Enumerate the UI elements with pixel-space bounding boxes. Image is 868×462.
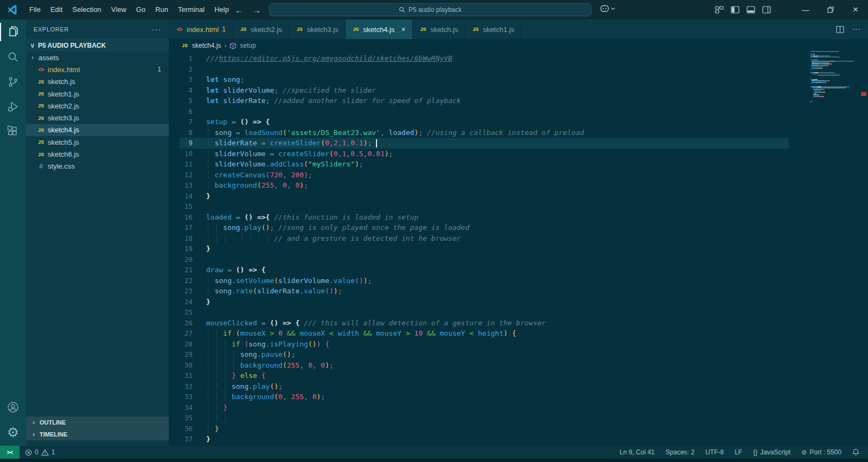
code-line-36: 36│ }: [169, 424, 868, 434]
tree-item-sketch1.js[interactable]: JSsketch1.js: [26, 88, 169, 100]
menu-file[interactable]: File: [24, 0, 46, 20]
code-line-7: 7setup = () => {: [169, 117, 868, 127]
back-button[interactable]: ←: [235, 5, 243, 15]
toggle-sidebar-icon[interactable]: [731, 5, 739, 14]
tab-index.html[interactable]: <>index.html1: [169, 20, 233, 39]
tree-item-style.css[interactable]: #style.css: [26, 161, 169, 172]
minimap-line: [810, 100, 858, 101]
tree-item-sketch6.js[interactable]: JSsketch6.js: [26, 148, 169, 160]
minimap-line: [810, 69, 858, 70]
html-file-icon: <>: [37, 67, 45, 73]
close-window-button[interactable]: ×: [843, 0, 868, 20]
tree-item-sketch3.js[interactable]: JSsketch3.js: [26, 112, 169, 124]
file-name: sketch5.js: [48, 138, 79, 146]
extensions-view-icon[interactable]: [0, 119, 26, 144]
line-content: │ song.setVolume(sliderVolume.value());: [206, 275, 372, 286]
code-editor[interactable]: 1///https://editor.p5js.org/amygoodchild…: [169, 52, 868, 445]
editor-more-actions[interactable]: ···: [852, 24, 860, 34]
minimap-line: [810, 87, 858, 88]
line-number: 16: [169, 212, 193, 223]
tree-item-sketch2.js[interactable]: JSsketch2.js: [26, 100, 169, 112]
line-number: 13: [169, 180, 193, 191]
menu-selection[interactable]: Selection: [67, 0, 106, 20]
minimap-line: [810, 76, 858, 78]
code-line-3: 3let song;: [169, 74, 868, 85]
tree-item-assets[interactable]: ›assets: [26, 52, 169, 63]
line-number: 31: [169, 370, 193, 381]
menu-view[interactable]: View: [106, 0, 131, 20]
copilot-menu[interactable]: [600, 4, 615, 12]
code-line-22: 22│ song.setVolume(sliderVolume.value())…: [169, 275, 868, 286]
title-bar: FileEditSelectionViewGoRunTerminalHelp ←…: [0, 0, 868, 20]
menu-terminal[interactable]: Terminal: [173, 0, 209, 20]
menu-help[interactable]: Help: [209, 0, 234, 20]
line-content: │ song.rate(sliderRate.value());: [206, 286, 342, 297]
line-content: │ }: [206, 424, 219, 434]
tree-item-sketch.js[interactable]: JSsketch.js: [26, 76, 169, 88]
explorer-more-actions[interactable]: ···: [152, 25, 161, 34]
menu-go[interactable]: Go: [131, 0, 150, 20]
search-view-icon[interactable]: [0, 44, 26, 69]
close-tab-icon[interactable]: ×: [401, 25, 405, 34]
tree-item-sketch5.js[interactable]: JSsketch5.js: [26, 136, 169, 148]
toggle-panel-icon[interactable]: [746, 5, 755, 14]
file-name: style.css: [48, 162, 75, 170]
menu-edit[interactable]: Edit: [46, 0, 67, 20]
remote-indicator[interactable]: ><: [0, 446, 20, 459]
error-count: 0: [35, 448, 39, 456]
activity-bar: ⚙: [0, 20, 26, 446]
tab-sketch3.js[interactable]: JSsketch3.js: [289, 20, 346, 39]
tab-sketch4.js[interactable]: JSsketch4.js×: [346, 20, 413, 39]
status-javascript[interactable]: {}JavaScript: [753, 448, 790, 456]
problems-indicator[interactable]: 0 1: [25, 448, 55, 456]
code-line-35: 35│ │ │: [169, 413, 868, 424]
tree-item-sketch4.js[interactable]: JSsketch4.js: [26, 124, 169, 136]
minimap[interactable]: [810, 51, 858, 103]
breadcrumb-file[interactable]: sketch4.js: [192, 42, 221, 49]
line-number: 32: [169, 381, 193, 392]
restore-button[interactable]: [818, 0, 843, 20]
status-utf-8[interactable]: UTF-8: [705, 448, 724, 456]
file-name: sketch4.js: [48, 126, 79, 134]
code-line-28: 28│ │ │ if (song.isPlaying()) {: [169, 339, 868, 350]
breadcrumb-symbol[interactable]: setup: [240, 42, 256, 49]
code-line-21: 21draw = () => {: [169, 265, 868, 275]
line-content: draw = () => {: [206, 265, 266, 275]
tree-item-index.html[interactable]: <>index.html1: [26, 63, 169, 75]
status-ln-9-col-41[interactable]: Ln 9, Col 41: [620, 448, 655, 456]
explorer-view-icon[interactable]: [0, 20, 26, 44]
line-content: let sliderVolume; //specified the slider: [206, 85, 376, 96]
tab-sketch.js[interactable]: JSsketch.js: [413, 20, 465, 39]
tab-sketch2.js[interactable]: JSsketch2.js: [233, 20, 289, 39]
status-lf[interactable]: LF: [735, 448, 742, 456]
forward-button[interactable]: →: [253, 5, 261, 15]
breadcrumb[interactable]: JS sketch4.js › setup: [169, 39, 868, 52]
code-line-32: 32│ │ │ song.play();: [169, 381, 868, 392]
run-debug-view-icon[interactable]: [0, 94, 26, 119]
tab-sketch1.js[interactable]: JSsketch1.js: [465, 20, 521, 39]
timeline-section[interactable]: › TIMELINE: [26, 428, 169, 440]
minimap-line: [810, 58, 858, 59]
project-root-folder[interactable]: ∨ P5 AUDIO PLAYBACK: [26, 39, 169, 52]
status-bell[interactable]: [852, 448, 859, 456]
status-spaces-2[interactable]: Spaces: 2: [666, 448, 694, 456]
toggle-secondary-sidebar-icon[interactable]: [762, 5, 771, 14]
customize-layout-icon[interactable]: [715, 5, 724, 14]
outline-section[interactable]: › OUTLINE: [26, 416, 169, 428]
account-icon[interactable]: [0, 395, 26, 420]
minimap-line: [810, 54, 858, 55]
line-content: │ sliderVolume = createSlider(0,1,0.5,0.…: [206, 149, 393, 159]
status-port-5500[interactable]: ⊘Port : 5500: [801, 448, 841, 456]
code-line-27: 27│ │ if (mouseX > 0 && mouseX < width &…: [169, 328, 868, 339]
settings-gear-icon[interactable]: ⚙: [0, 420, 26, 445]
line-number: 17: [169, 222, 193, 233]
command-center-search[interactable]: P5 audio playback: [269, 3, 591, 16]
split-editor-icon[interactable]: [836, 25, 844, 34]
source-control-view-icon[interactable]: [0, 69, 26, 94]
minimize-button[interactable]: —: [793, 0, 818, 20]
minimap-line: [810, 101, 858, 102]
minimap-line: [810, 79, 858, 80]
menu-run[interactable]: Run: [150, 0, 173, 20]
minimap-line: [810, 61, 858, 62]
minimap-line: [810, 51, 858, 52]
